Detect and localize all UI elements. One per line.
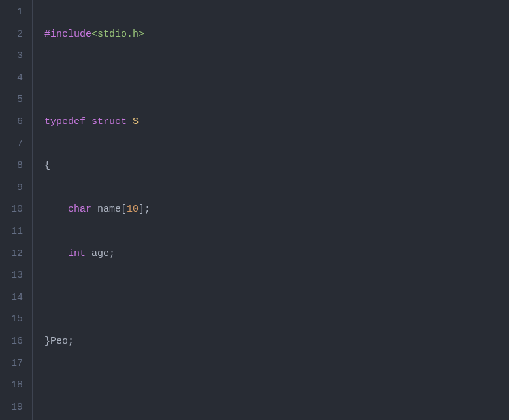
line-number: 17 [0,353,23,375]
include-file: <stdio.h> [91,29,144,40]
line-number: 12 [0,243,23,265]
line-number: 18 [0,374,23,396]
code-line: int age; [44,243,509,265]
bracket-close: ]; [139,204,150,215]
code-line: #include<stdio.h> [44,24,509,46]
semicolon: ; [68,336,74,347]
line-number: 14 [0,287,23,309]
identifier: age [91,248,109,259]
line-number: 5 [0,89,23,111]
line-number: 4 [0,67,23,89]
code-line: { [44,155,509,177]
line-number: 9 [0,177,23,199]
line-number: 15 [0,308,23,331]
line-number: 6 [0,111,23,133]
code-line [44,374,509,396]
keyword-struct: struct [91,116,127,127]
line-number-gutter: 1 2 3 4 5 6 7 8 9 10 11 12 13 14 15 16 1… [0,0,33,420]
brace-close: } [44,336,50,347]
line-number: 3 [0,45,23,67]
line-number: 10 [0,199,23,221]
typedef-alias: Peo [50,336,68,347]
type-int: int [68,248,86,259]
code-line: char name[10]; [44,199,509,221]
code-line: typedef struct S [44,111,509,133]
line-number: 2 [0,24,23,46]
code-line [44,67,509,89]
keyword-typedef: typedef [44,116,86,127]
struct-name: S [133,116,139,127]
code-line [44,287,509,309]
line-number: 8 [0,155,23,177]
semicolon: ; [109,248,115,259]
number-literal: 10 [127,204,139,215]
preprocessor-directive: #include [44,29,91,40]
code-editor-content[interactable]: #include<stdio.h> typedef struct S { cha… [33,0,509,420]
line-number: 7 [0,133,23,155]
line-number: 11 [0,221,23,243]
type-char: char [68,204,91,215]
code-line: }Peo; [44,331,509,353]
identifier: name [97,204,121,215]
brace-open: { [44,160,50,171]
line-number: 13 [0,265,23,287]
line-number: 16 [0,331,23,353]
line-number: 19 [0,396,23,419]
line-number: 1 [0,1,23,24]
bracket: [ [121,204,127,215]
